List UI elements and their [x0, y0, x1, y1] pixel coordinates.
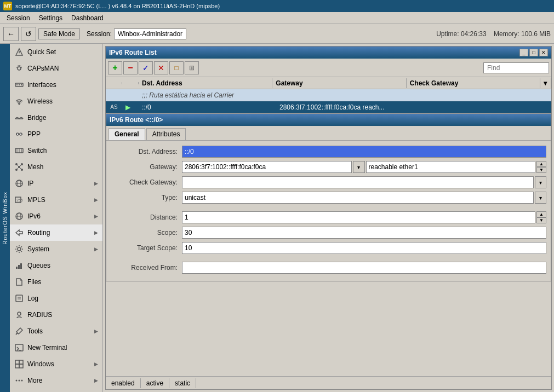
sidebar-item-files[interactable]: Files	[10, 274, 102, 290]
type-field: ▾	[182, 192, 546, 204]
distance-spin-up[interactable]: ▲	[536, 211, 546, 217]
filter-button[interactable]: ⊞	[185, 61, 199, 74]
table-row[interactable]: AS ▶ ::/0 2806:3f7:1002::ffff:f0ca:f0ca …	[106, 101, 551, 113]
svg-line-22	[19, 167, 22, 170]
mesh-icon	[14, 162, 24, 172]
enable-button[interactable]: ✓	[139, 61, 153, 74]
sidebar-item-ppp[interactable]: PPP	[10, 126, 102, 142]
sidebar-item-label: RADIUS	[27, 311, 98, 319]
svg-rect-32	[16, 267, 18, 269]
find-input[interactable]	[483, 62, 549, 73]
refresh-button[interactable]: ↺	[21, 27, 36, 41]
sidebar-item-label: Routing	[27, 229, 91, 237]
ppp-icon	[14, 129, 24, 139]
disable-button[interactable]: ✕	[154, 61, 168, 74]
sidebar-item-tools[interactable]: Tools ▶	[10, 323, 102, 339]
check-gateway-input[interactable]	[182, 176, 534, 188]
menu-session[interactable]: Session	[2, 13, 35, 23]
type-dropdown[interactable]: ▾	[535, 192, 546, 204]
distance-label: Distance:	[111, 214, 182, 221]
received-from-input[interactable]	[182, 262, 546, 274]
safe-mode-button[interactable]: Safe Mode	[38, 28, 80, 39]
distance-spin-down[interactable]: ▼	[536, 217, 546, 223]
type-input[interactable]	[182, 192, 534, 204]
sidebar-item-label: Interfaces	[27, 81, 98, 89]
uptime-info: Uptime: 04:26:33 Memory: 100.6 MiB	[436, 30, 551, 38]
back-button[interactable]: ←	[3, 27, 19, 41]
status-type: static	[169, 378, 196, 388]
sidebar-item-capsman[interactable]: CAPsMAN	[10, 60, 102, 77]
sidebar-item-new-terminal[interactable]: New Terminal	[10, 339, 102, 356]
sidebar-item-windows[interactable]: Windows ▶	[10, 356, 102, 372]
gateway-spin-down[interactable]: ▼	[536, 167, 546, 173]
check-gateway-dropdown[interactable]: ▾	[535, 176, 546, 188]
scope-row: Scope:	[111, 226, 546, 239]
sidebar-item-switch[interactable]: Switch	[10, 142, 102, 159]
title-bar: MT soporte@C4:AD:34:7E:92:5C (L... ) v6.…	[0, 0, 554, 12]
capsman-icon	[14, 64, 24, 73]
ipv6-route-list-window: IPv6 Route List _ □ ✕ + − ✓ ✕ □ ⊞	[105, 46, 552, 390]
dst-address-input[interactable]	[182, 146, 546, 158]
mpls-arrow: ▶	[94, 197, 98, 203]
check-gateway-label: Check Gateway:	[111, 178, 182, 186]
gateway-spin-up[interactable]: ▲	[536, 161, 546, 167]
window-title-bar: IPv6 Route List _ □ ✕	[106, 47, 551, 59]
sidebar-item-ip[interactable]: IP ▶	[10, 175, 102, 192]
type-label: Type:	[111, 194, 182, 201]
svg-point-5	[19, 103, 20, 105]
gateway-extra-input[interactable]	[366, 161, 536, 173]
svg-rect-2	[16, 84, 18, 85]
svg-rect-41	[15, 360, 19, 364]
new-terminal-icon	[14, 343, 24, 353]
svg-rect-3	[19, 84, 20, 85]
refresh-icon: ↺	[25, 30, 32, 38]
ipv6-icon	[14, 211, 24, 221]
remove-button[interactable]: −	[123, 61, 138, 74]
table-body: ;;; Ruta estática hacia el Carrier AS ▶ …	[106, 89, 551, 113]
col-header-dst: Dst. Address	[139, 78, 272, 88]
sidebar-item-mpls[interactable]: 255 MPLS ▶	[10, 192, 102, 208]
target-scope-input[interactable]	[182, 242, 546, 254]
svg-rect-35	[16, 295, 22, 302]
sidebar-item-log[interactable]: Log	[10, 290, 102, 307]
menu-dashboard[interactable]: Dashboard	[67, 13, 108, 23]
svg-point-8	[16, 133, 19, 135]
window-minimize-button[interactable]: _	[519, 49, 528, 56]
window-close-button[interactable]: ✕	[539, 49, 548, 56]
copy-button[interactable]: □	[169, 61, 184, 74]
menu-settings[interactable]: Settings	[35, 13, 67, 23]
gateway-spinner: ▲ ▼	[536, 161, 546, 173]
queues-icon	[14, 261, 24, 270]
dst-address-field	[182, 146, 546, 158]
content-area: IPv6 Route List _ □ ✕ + − ✓ ✕ □ ⊞	[103, 44, 554, 392]
sidebar-item-interfaces[interactable]: Interfaces	[10, 77, 102, 93]
window-maximize-button[interactable]: □	[529, 49, 538, 56]
sidebar-item-routing[interactable]: Routing ▶	[10, 224, 102, 241]
sidebar-item-label: More	[27, 377, 91, 384]
tab-general[interactable]: General	[108, 128, 145, 140]
app-icon: MT	[3, 2, 12, 10]
sidebar-item-more[interactable]: More ▶	[10, 372, 102, 389]
session-label: Session:	[87, 30, 112, 38]
gateway-input[interactable]	[182, 161, 352, 173]
gateway-dropdown-button[interactable]: ▾	[353, 161, 365, 173]
add-button[interactable]: +	[108, 61, 122, 74]
sidebar-item-system[interactable]: System ▶	[10, 241, 102, 257]
col-header-more[interactable]: ▾	[540, 78, 551, 88]
distance-input[interactable]	[182, 211, 535, 223]
sidebar-item-queues[interactable]: Queues	[10, 257, 102, 274]
sidebar-item-mesh[interactable]: Mesh	[10, 159, 102, 175]
svg-point-46	[19, 380, 20, 382]
row-arrow-flag: ▶	[122, 102, 139, 112]
sidebar-item-quick-set[interactable]: Quick Set	[10, 44, 102, 60]
received-from-field	[182, 262, 546, 274]
sidebar-item-label: Bridge	[27, 114, 98, 122]
sidebar-item-label: MPLS	[27, 196, 91, 204]
table-row-group[interactable]: ;;; Ruta estática hacia el Carrier	[106, 89, 551, 101]
tab-attributes[interactable]: Attributes	[146, 128, 186, 140]
sidebar-item-wireless[interactable]: Wireless	[10, 93, 102, 109]
sidebar-item-bridge[interactable]: Bridge	[10, 109, 102, 126]
sidebar-item-radius[interactable]: RADIUS	[10, 307, 102, 323]
sidebar-item-ipv6[interactable]: IPv6 ▶	[10, 208, 102, 224]
scope-input[interactable]	[182, 227, 546, 239]
